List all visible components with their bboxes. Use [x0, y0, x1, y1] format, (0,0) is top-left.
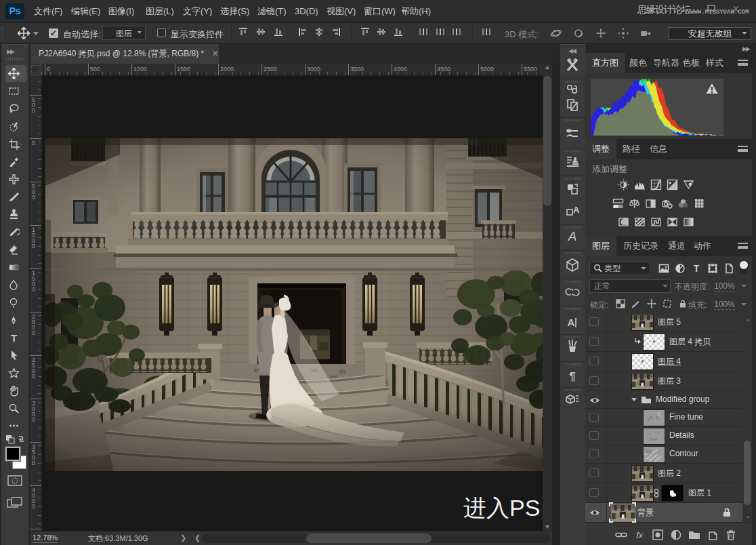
svg-text:A: A [568, 229, 577, 243]
svg-text:¶: ¶ [569, 370, 575, 383]
svg-text:A: A [573, 205, 580, 215]
svg-text:T: T [11, 332, 17, 344]
svg-text:T: T [694, 263, 700, 274]
svg-text:fx: fx [636, 530, 644, 540]
svg-text:A: A [568, 317, 575, 328]
